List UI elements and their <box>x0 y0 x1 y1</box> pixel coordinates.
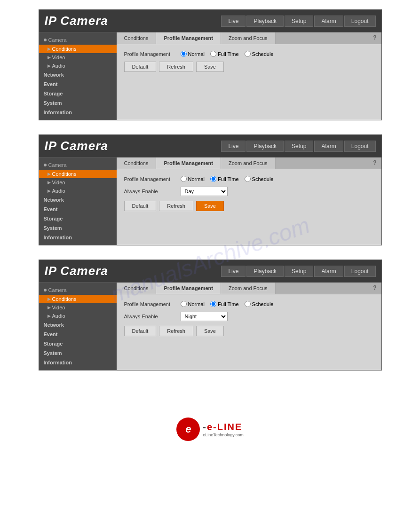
sidebar-audio-1[interactable]: ▶ Audio <box>39 62 117 70</box>
save-btn-3[interactable]: Save <box>196 326 224 336</box>
radio-normal-input-1[interactable] <box>181 51 187 57</box>
tab-conditions-1[interactable]: Conditions <box>117 32 157 44</box>
sidebar-storage-2[interactable]: Storage <box>39 214 117 223</box>
tab-zoom-3[interactable]: Zoom and Focus <box>221 283 276 294</box>
radio-fulltime-input-1[interactable] <box>210 51 216 57</box>
live-btn-3[interactable]: Live <box>221 266 246 277</box>
sidebar-storage-1[interactable]: Storage <box>39 89 117 98</box>
logout-btn-2[interactable]: Logout <box>344 141 376 152</box>
sidebar-system-2[interactable]: System <box>39 223 117 233</box>
radio-normal-2[interactable]: Normal <box>181 176 205 182</box>
sidebar-system-3[interactable]: System <box>39 348 117 358</box>
radio-group-3: Normal Full Time Schedule <box>181 301 274 307</box>
profile-label-1: Profile Management <box>124 51 181 57</box>
radio-group-2: Normal Full Time Schedule <box>181 176 274 182</box>
footer: e -e-LINE eLineTechnology.com <box>167 413 253 446</box>
logo-2: IP Camera <box>45 139 108 153</box>
live-btn-1[interactable]: Live <box>221 16 246 27</box>
sidebar-video-3[interactable]: ▶ Video <box>39 303 117 312</box>
logo-3: IP Camera <box>45 264 108 278</box>
tab-conditions-3[interactable]: Conditions <box>117 283 157 294</box>
playback-btn-3[interactable]: Playback <box>246 266 284 277</box>
default-btn-1[interactable]: Default <box>124 62 157 72</box>
sidebar-information-3[interactable]: Information <box>39 358 117 367</box>
sidebar-event-2[interactable]: Event <box>39 205 117 214</box>
sidebar-information-1[interactable]: Information <box>39 108 117 117</box>
radio-schedule-input-1[interactable] <box>245 51 251 57</box>
sidebar-category-camera-1: Camera <box>39 35 117 45</box>
sidebar-information-2[interactable]: Information <box>39 233 117 242</box>
live-btn-2[interactable]: Live <box>221 141 246 152</box>
radio-normal-1[interactable]: Normal <box>181 51 205 57</box>
tab-profile-3[interactable]: Profile Management <box>156 283 221 294</box>
sidebar-conditions-1[interactable]: ▶ Conditions <box>39 45 117 53</box>
sidebar-video-2[interactable]: ▶ Video <box>39 178 117 187</box>
always-enable-row-3: Always Enable Day Night <box>124 312 374 321</box>
arrow-icon-9: ▶ <box>48 314 51 318</box>
radio-normal-input-3[interactable] <box>181 301 187 307</box>
help-icon-3[interactable]: ? <box>368 283 381 294</box>
save-btn-1[interactable]: Save <box>196 62 224 72</box>
always-enable-select-3[interactable]: Day Night <box>181 312 228 321</box>
refresh-btn-2[interactable]: Refresh <box>159 201 193 211</box>
form-area-1: Profile Management Normal Full Time <box>117 44 381 79</box>
arrow-icon-1: ▶ <box>48 47 51 51</box>
sidebar-system-1[interactable]: System <box>39 98 117 108</box>
help-icon-2[interactable]: ? <box>368 158 381 169</box>
sidebar-conditions-2[interactable]: ▶ Conditions <box>39 170 117 178</box>
logo-brand-text: -e-LINE eLineTechnology.com <box>203 422 243 437</box>
alarm-btn-2[interactable]: Alarm <box>314 141 343 152</box>
radio-fulltime-input-3[interactable] <box>210 301 216 307</box>
tab-conditions-2[interactable]: Conditions <box>117 158 157 169</box>
sidebar-conditions-3[interactable]: ▶ Conditions <box>39 295 117 303</box>
sidebar-event-1[interactable]: Event <box>39 79 117 89</box>
tab-profile-2[interactable]: Profile Management <box>156 158 221 169</box>
setup-btn-2[interactable]: Setup <box>285 141 313 152</box>
default-btn-3[interactable]: Default <box>124 326 157 336</box>
tab-bar-1: Conditions Profile Management Zoom and F… <box>117 32 381 44</box>
logout-btn-3[interactable]: Logout <box>344 266 376 277</box>
radio-schedule-input-3[interactable] <box>245 301 251 307</box>
tab-profile-1[interactable]: Profile Management <box>156 32 221 44</box>
logout-btn-1[interactable]: Logout <box>344 16 376 27</box>
radio-fulltime-2[interactable]: Full Time <box>210 176 239 182</box>
sidebar-network-3[interactable]: Network <box>39 320 117 330</box>
tab-zoom-1[interactable]: Zoom and Focus <box>221 32 276 44</box>
radio-schedule-1[interactable]: Schedule <box>245 51 274 57</box>
sidebar-video-1[interactable]: ▶ Video <box>39 53 117 62</box>
sidebar-audio-3[interactable]: ▶ Audio <box>39 312 117 320</box>
sidebar-audio-2[interactable]: ▶ Audio <box>39 187 117 195</box>
radio-normal-3[interactable]: Normal <box>181 301 205 307</box>
always-enable-select-2[interactable]: Day Night <box>181 187 228 196</box>
radio-schedule-2[interactable]: Schedule <box>245 176 274 182</box>
refresh-btn-1[interactable]: Refresh <box>159 62 193 72</box>
setup-btn-3[interactable]: Setup <box>285 266 313 277</box>
tab-zoom-2[interactable]: Zoom and Focus <box>221 158 276 169</box>
save-btn-2[interactable]: Save <box>196 201 224 211</box>
logo-circle-icon: e <box>176 418 200 441</box>
alarm-btn-1[interactable]: Alarm <box>314 16 343 27</box>
setup-btn-1[interactable]: Setup <box>285 16 313 27</box>
default-btn-2[interactable]: Default <box>124 201 157 211</box>
radio-fulltime-input-2[interactable] <box>210 176 216 182</box>
radio-fulltime-1[interactable]: Full Time <box>210 51 239 57</box>
sidebar-category-camera-3: Camera <box>39 285 117 295</box>
playback-btn-2[interactable]: Playback <box>246 141 284 152</box>
profile-label-3: Profile Management <box>124 301 181 307</box>
radio-schedule-input-2[interactable] <box>245 176 251 182</box>
profile-row-3: Profile Management Normal Full Time <box>124 301 374 307</box>
radio-schedule-3[interactable]: Schedule <box>245 301 274 307</box>
radio-normal-input-2[interactable] <box>181 176 187 182</box>
refresh-btn-3[interactable]: Refresh <box>159 326 193 336</box>
sidebar-event-3[interactable]: Event <box>39 330 117 339</box>
playback-btn-1[interactable]: Playback <box>246 16 284 27</box>
radio-fulltime-3[interactable]: Full Time <box>210 301 239 307</box>
help-icon-1[interactable]: ? <box>368 32 381 44</box>
category-dot-1 <box>44 39 47 41</box>
sidebar-network-1[interactable]: Network <box>39 70 117 79</box>
sidebar-network-2[interactable]: Network <box>39 195 117 205</box>
sidebar-storage-3[interactable]: Storage <box>39 339 117 348</box>
header-nav-2: Live Playback Setup Alarm Logout <box>221 141 375 152</box>
arrow-icon-5: ▶ <box>48 180 51 185</box>
alarm-btn-3[interactable]: Alarm <box>314 266 343 277</box>
